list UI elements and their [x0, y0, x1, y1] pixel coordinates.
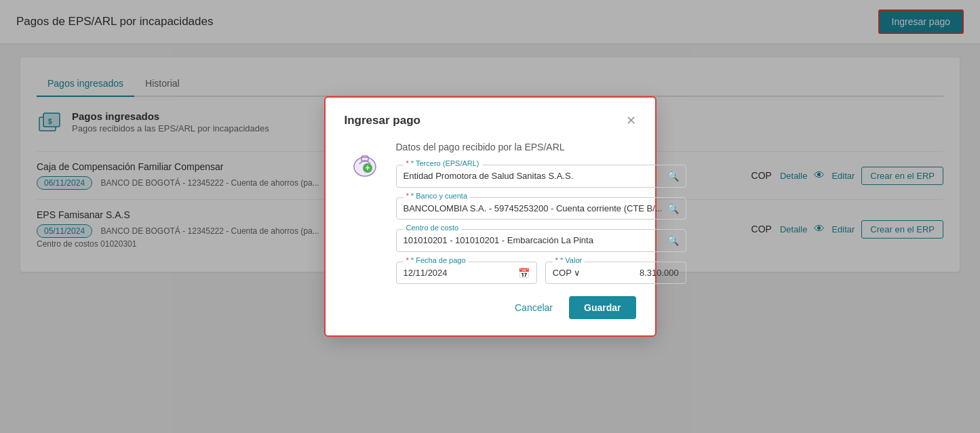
- dialog-title: Ingresar pago: [345, 114, 420, 127]
- fecha-valor-row: * Fecha de pago 12/11/2024 📅 * Valor COP…: [396, 262, 686, 285]
- tercero-field: * Tercero (EPS/ARL) Entidad Promotora de…: [396, 165, 686, 188]
- dialog-form: Datos del pago recibido por la EPS/ARL *…: [396, 141, 686, 285]
- payment-bag-icon: +: [347, 144, 383, 179]
- dialog-icon-area: +: [345, 141, 385, 285]
- tercero-label: * Tercero (EPS/ARL): [404, 159, 482, 167]
- centro-label: Centro de costo: [404, 224, 462, 232]
- dialog-header: Ingresar pago ✕: [345, 114, 636, 127]
- valor-amount[interactable]: 8.310.000: [586, 268, 679, 278]
- dialog-body: + Datos del pago recibido por la EPS/ARL…: [345, 141, 636, 285]
- valor-field: * Valor COP ∨ 8.310.000: [545, 262, 686, 285]
- dialog-footer: Cancelar Guardar: [345, 296, 636, 319]
- currency-chevron-icon: ∨: [574, 268, 581, 278]
- centro-field: Centro de costo 101010201 - 101010201 - …: [396, 229, 686, 252]
- currency-selector[interactable]: COP ∨: [553, 268, 581, 278]
- valor-label: * Valor: [553, 256, 585, 264]
- fecha-label: * Fecha de pago: [404, 256, 469, 264]
- banco-label: * Banco y cuenta: [404, 192, 471, 200]
- fecha-field: * Fecha de pago 12/11/2024 📅: [396, 262, 537, 285]
- banco-search-icon[interactable]: 🔍: [667, 203, 679, 214]
- tercero-value[interactable]: Entidad Promotora de Salud Sanitas S.A.S…: [404, 169, 679, 183]
- guardar-button[interactable]: Guardar: [569, 296, 635, 319]
- calendar-icon[interactable]: 📅: [518, 268, 530, 279]
- fecha-value[interactable]: 12/11/2024: [404, 266, 530, 280]
- modal-overlay: Ingresar pago ✕ + Datos del: [0, 0, 980, 433]
- cancelar-button[interactable]: Cancelar: [507, 296, 561, 319]
- svg-text:+: +: [365, 163, 370, 173]
- centro-value[interactable]: 101010201 - 101010201 - Embarcación La P…: [404, 234, 679, 247]
- banco-value[interactable]: BANCOLOMBIA S.A. - 59745253200 - Cuenta …: [404, 202, 679, 215]
- dialog-close-button[interactable]: ✕: [626, 115, 636, 127]
- ingresar-pago-dialog: Ingresar pago ✕ + Datos del: [324, 96, 656, 337]
- dialog-description: Datos del pago recibido por la EPS/ARL: [396, 141, 686, 154]
- banco-field: * Banco y cuenta BANCOLOMBIA S.A. - 5974…: [396, 197, 686, 220]
- tercero-search-icon[interactable]: 🔍: [667, 171, 679, 182]
- centro-search-icon[interactable]: 🔍: [667, 235, 679, 246]
